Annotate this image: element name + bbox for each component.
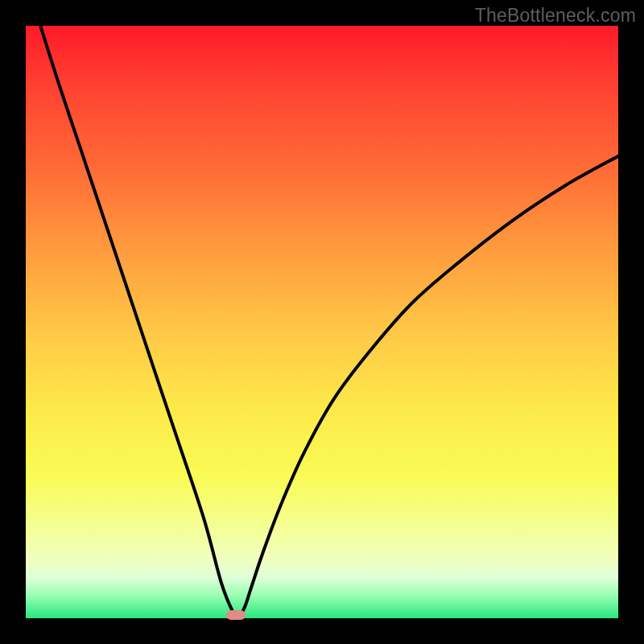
bottleneck-curve <box>26 26 618 618</box>
watermark-text: TheBottleneck.com <box>475 5 636 27</box>
optimum-marker <box>226 610 246 620</box>
chart-plot-area <box>26 26 618 618</box>
